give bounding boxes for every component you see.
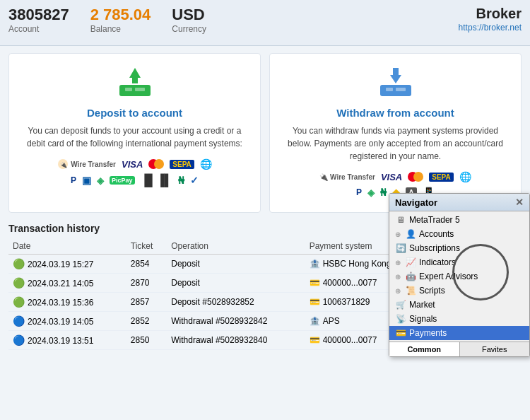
col-operation: Operation: [167, 238, 305, 255]
navigator-header: Navigator ✕: [389, 194, 529, 211]
nav-item-label: MetaTrader 5: [409, 215, 460, 225]
nav-item-label: Subscriptions: [409, 243, 460, 253]
navigator-common-tab[interactable]: Common: [389, 342, 460, 356]
status-dot-icon: 🔵: [13, 315, 25, 327]
deposit-card: Deposit to account You can deposit funds…: [8, 53, 261, 213]
deposit-payment-row-1: 🔌 Wire Transfer VISA SEPA 🌐: [22, 158, 247, 170]
crypto-icon-w: ◈: [367, 187, 375, 198]
account-label: Account: [8, 24, 69, 34]
nav-item-indicators[interactable]: ⊕ 📈 Indicators: [389, 255, 529, 269]
header: 3805827 Account 2 785.04 Balance USD Cur…: [0, 0, 530, 46]
svg-rect-8: [396, 88, 406, 91]
tx-ticket: 2857: [126, 293, 167, 312]
navigator-items: 🖥 MetaTrader 5 ⊕ 👤 Accounts 🔄 Subscripti…: [389, 211, 529, 342]
svg-rect-2: [135, 88, 145, 91]
barcode-icon: ▐▌▐▌: [141, 174, 172, 187]
account-number: 3805827: [8, 6, 69, 24]
naira-icon-w: ₦: [380, 187, 387, 198]
balance-value: 2 785.04: [90, 6, 151, 24]
withdraw-desc: You can withdraw funds via payment syste…: [283, 124, 508, 163]
account-info: 3805827 Account: [8, 6, 69, 34]
svg-rect-7: [386, 88, 393, 91]
balance-info: 2 785.04 Balance: [90, 6, 151, 34]
currency-info: USD Currency: [172, 6, 206, 34]
status-dot-icon: 🔵: [13, 334, 25, 346]
visa-icon: VISA: [122, 159, 143, 170]
mastercard-icon: [148, 159, 164, 169]
navigator-favites-tab[interactable]: Favites: [460, 342, 530, 356]
deposit-icon: [22, 65, 247, 103]
scripts-icon: 📜: [405, 286, 416, 296]
balance-label: Balance: [90, 24, 151, 34]
nav-item-subscriptions[interactable]: 🔄 Subscriptions: [389, 241, 529, 255]
visa-icon-w: VISA: [381, 172, 402, 182]
nav-item-expert-advisors[interactable]: ⊕ 🤖 Expert Advisors: [389, 269, 529, 284]
withdraw-icon: [283, 65, 508, 103]
currency-label: Currency: [172, 24, 206, 34]
wire-transfer-icon: 🔌 Wire Transfer: [57, 158, 116, 170]
check-icon: ✓: [190, 175, 199, 186]
nav-item-label: Accounts: [419, 229, 454, 239]
picpay-icon: PicPay: [110, 176, 135, 185]
payment-icon: 💳: [310, 278, 320, 288]
svg-rect-1: [125, 88, 132, 91]
tx-date: 🔵2024.03.19 14:05: [8, 312, 126, 331]
col-date: Date: [8, 238, 126, 255]
navigator-close-button[interactable]: ✕: [515, 197, 524, 208]
tx-date: 🔵2024.03.19 13:51: [8, 331, 126, 350]
tx-operation: Withdrawal #5028932842: [167, 312, 305, 331]
nav-item-label: Payments: [409, 328, 447, 338]
sepa-icon: SEPA: [170, 160, 194, 169]
nav-item-label: Market: [409, 300, 435, 310]
crypto-icon: ◈: [97, 175, 104, 186]
expand-icon: ⊕: [395, 259, 402, 267]
currency-value: USD: [172, 6, 206, 24]
accounts-icon: 👤: [405, 229, 416, 239]
mastercard-icon-w: [408, 172, 423, 182]
tx-date: 🟢2024.03.19 15:27: [8, 255, 126, 274]
market-icon: 🛒: [395, 300, 406, 310]
paypal-icon: P: [71, 175, 76, 185]
tx-ticket: 2854: [126, 255, 167, 274]
square-icon: ▣: [82, 175, 91, 186]
svg-marker-9: [390, 68, 401, 83]
broker-info: Broker https://broker.net: [459, 6, 522, 33]
withdraw-payment-row-1: 🔌 Wire Transfer VISA SEPA 🌐: [283, 171, 508, 182]
nav-item-label: Signals: [409, 314, 437, 324]
globe-icon: 🌐: [200, 158, 212, 170]
cards-row: Deposit to account You can deposit funds…: [8, 53, 522, 213]
deposit-payment-row-2: P ▣ ◈ PicPay ▐▌▐▌ ₦ ✓: [22, 174, 247, 187]
payments-icon: 💳: [395, 328, 406, 338]
metatrader 5-icon: 🖥: [395, 215, 406, 225]
tx-date: 🟢2024.03.21 14:05: [8, 274, 126, 293]
withdraw-card: Withdraw from account You can withdraw f…: [269, 53, 522, 213]
tx-operation: Deposit #5028932852: [167, 293, 305, 312]
status-dot-icon: 🟢: [13, 277, 25, 288]
nav-item-payments[interactable]: 💳 Payments: [389, 326, 529, 340]
wire-transfer-icon-w: 🔌 Wire Transfer: [319, 173, 375, 181]
tx-ticket: 2870: [126, 274, 167, 293]
subscriptions-icon: 🔄: [395, 243, 406, 253]
nav-item-label: Expert Advisors: [419, 272, 478, 281]
payment-icon: 💳: [310, 297, 320, 307]
nav-item-accounts[interactable]: ⊕ 👤 Accounts: [389, 227, 529, 241]
naira-icon: ₦: [178, 175, 184, 186]
nav-item-label: Indicators: [419, 257, 456, 267]
nav-item-metatrader-5[interactable]: 🖥 MetaTrader 5: [389, 213, 529, 227]
globe-icon-w: 🌐: [459, 171, 471, 182]
header-left: 3805827 Account 2 785.04 Balance USD Cur…: [8, 6, 206, 34]
withdraw-title: Withdraw from account: [283, 107, 508, 119]
broker-url[interactable]: https://broker.net: [459, 23, 522, 33]
status-dot-icon: 🟢: [13, 296, 25, 308]
tx-operation: Withdrawal #5028932840: [167, 331, 305, 350]
nav-item-signals[interactable]: 📡 Signals: [389, 312, 529, 326]
tx-operation: Deposit: [167, 255, 305, 274]
indicators-icon: 📈: [405, 257, 416, 267]
paypal-icon-w: P: [356, 187, 362, 197]
nav-item-scripts[interactable]: ⊕ 📜 Scripts: [389, 284, 529, 298]
tx-ticket: 2852: [126, 312, 167, 331]
broker-label: Broker: [459, 6, 522, 22]
nav-item-market[interactable]: 🛒 Market: [389, 298, 529, 312]
sepa-icon-w: SEPA: [429, 173, 454, 182]
signals-icon: 📡: [395, 314, 406, 324]
